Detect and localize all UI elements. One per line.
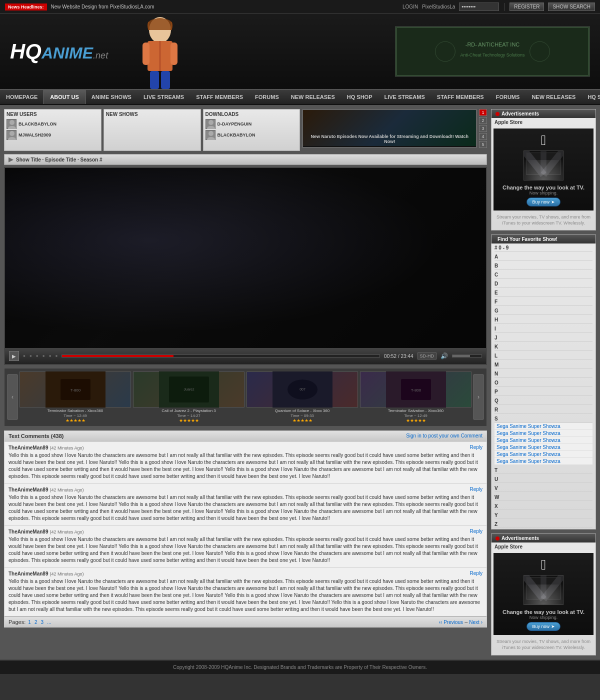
ads-header-2: Advertisements [492, 534, 596, 542]
thumb-time-2: Time ~ 14:27 [133, 414, 244, 418]
time-display: 00:52 / 23:44 [384, 354, 413, 359]
alpha-u-label: U [494, 476, 592, 483]
thumb-stars-2: ★★★★★ [133, 418, 244, 423]
apple-tv-text-1: Change the way you look at TV. [502, 184, 584, 190]
main-layout: NEW USERS BLACKBABYLON MJWALSH2009 NEW S… [0, 105, 600, 660]
show-link-s-4[interactable]: Sega Sanime Super Showza [494, 444, 592, 450]
alpha-n-label: N [494, 370, 592, 378]
pages-info: Pages: 1 2 3 ... [8, 619, 52, 625]
comment-4-reply[interactable]: Reply [470, 570, 482, 576]
logo-hq: HQ [10, 41, 42, 62]
password-input[interactable] [459, 2, 499, 11]
nav-staff-members[interactable]: STAFF MEMBERS [190, 90, 249, 104]
comments-header: Text Comments (438) Sign in to post your… [4, 431, 486, 442]
show-link-s-1[interactable]: Sega Sanime Super Showza [494, 423, 592, 430]
comment-2-reply[interactable]: Reply [470, 486, 482, 492]
now-shipping-2: Now shipping. [530, 615, 558, 620]
show-link-s-3[interactable]: Sega Sanime Super Showza [494, 437, 592, 444]
svg-rect-6 [161, 71, 170, 89]
slide-num-4[interactable]: 4 [479, 133, 487, 140]
nav-hq-shop[interactable]: HQ SHOP [341, 90, 378, 104]
volume-bar[interactable] [452, 354, 482, 358]
thumb-item-3: 007 Quantum of Solace - Xbox 360 Time ~ … [246, 372, 358, 423]
progress-bar[interactable] [62, 354, 380, 358]
nav-about-us[interactable]: ABOUT US [44, 90, 85, 104]
chapter-dot-5: • [49, 352, 52, 360]
nav: HOMEPAGE ABOUT US ANIME SHOWS LIVE STREA… [0, 89, 600, 105]
comment-4-time: (42 Minutes Ago) [50, 572, 84, 576]
site-name: PixelStudiosLa [422, 4, 455, 10]
buy-now-2[interactable]: Buy now ➤ [526, 622, 560, 631]
avatar-icon-2 [7, 130, 16, 140]
nav-new-releases-2[interactable]: NEW RELEASES [526, 90, 582, 104]
thumb-item-4: T-800 Terminator Salvation - Xbox360 Tim… [360, 372, 472, 423]
page-3-link[interactable]: 3 [41, 620, 44, 625]
nav-forums[interactable]: FORUMS [249, 90, 285, 104]
nav-anime-shows[interactable]: ANIME SHOWS [86, 90, 138, 104]
slide-num-3[interactable]: 3 [479, 125, 487, 132]
sign-in-link[interactable]: Sign in to post your own Comment [406, 433, 482, 438]
apple-logo-1:  [541, 132, 546, 148]
user-avatar-bb2 [206, 130, 216, 140]
chapter-dot-1: • [23, 352, 26, 360]
register-button[interactable]: REGISTER [510, 2, 544, 11]
svg-text:Juarez: Juarez [184, 388, 194, 391]
footer-trademark: Designated Brands and Trademarks are Pro… [254, 664, 427, 670]
alpha-v-label: V [494, 485, 592, 492]
comment-1-reply[interactable]: Reply [470, 444, 482, 450]
comment-3-reply[interactable]: Reply [470, 528, 482, 534]
topbar-right: LOGIN PixelStudiosLa REGISTER SHOW SEARC… [402, 2, 595, 11]
nav-forums-2[interactable]: FORUMS [490, 90, 526, 104]
next-page-link[interactable]: Next › [469, 620, 482, 625]
buy-now-1[interactable]: Buy now ➤ [526, 198, 560, 206]
comment-4: Reply TheAnimeMan89 (42 Minutes Ago) Yel… [4, 568, 486, 616]
logo: HQ ANIME .net [10, 41, 108, 62]
show-search-button[interactable]: SHOW SEARCH [548, 2, 595, 11]
user-row-1: BLACKBABYLON [6, 119, 99, 129]
alpha-l-label: L [494, 352, 592, 360]
news-ticker: New Website Design from PixelStudiosLA.c… [51, 4, 403, 10]
quality-badge: SD-HD [418, 352, 437, 360]
user-row-3: D-DAYPENGUIN [206, 119, 298, 129]
alpha-m-label: M [494, 362, 592, 368]
page-2-link[interactable]: 2 [34, 620, 38, 625]
play-ctrl-button[interactable]: ▶ [9, 351, 19, 361]
show-link-s-2[interactable]: Sega Sanime Super Showza [494, 430, 592, 436]
thumb-title-3: Quantum of Solace - Xbox 360 [246, 408, 358, 414]
alpha-u: U [492, 475, 596, 484]
slide-num-1[interactable]: 1 [479, 109, 487, 116]
nav-staff-members-2[interactable]: STAFF MEMBERS [431, 90, 490, 104]
slide-num-2[interactable]: 2 [479, 117, 487, 124]
alpha-i-label: I [494, 326, 592, 332]
thumb-next-button[interactable]: › [474, 374, 484, 420]
slide-num-5[interactable]: 5 [479, 141, 487, 148]
nav-hq-shop-2[interactable]: HQ SHOP [582, 90, 600, 104]
show-link-s-5[interactable]: Sega Sanime Super Showza [494, 451, 592, 458]
comment-3-header: Reply TheAnimeMan89 (42 Minutes Ago) [8, 528, 482, 534]
nav-homepage[interactable]: HOMEPAGE [0, 90, 44, 104]
nav-live-streams[interactable]: LIVE STREAMS [138, 90, 190, 104]
apple-tv-visual-2 [524, 575, 564, 605]
show-link-s-6[interactable]: Sega Sanime Super Showza [494, 458, 592, 464]
slide-numbers: 1 2 3 4 5 [479, 109, 487, 148]
comment-4-user: TheAnimeMan89 [8, 571, 48, 576]
user-row-2: MJWALSH2009 [6, 130, 99, 140]
login-link[interactable]: LOGIN [402, 4, 418, 10]
alpha-d-label: D [494, 280, 592, 288]
nav-live-streams-2[interactable]: LIVE STREAMS [378, 90, 431, 104]
comment-3-text: Yello this is a good show I love Naruto … [8, 536, 482, 564]
apple-logo-2:  [541, 557, 546, 573]
thumb-title-4: Terminator Salvation - Xbox360 [360, 408, 472, 414]
nav-new-releases[interactable]: NEW RELEASES [285, 90, 341, 104]
prev-page-link[interactable]: ‹‹ Previous [439, 620, 463, 625]
thumb-prev-button[interactable]: ‹ [8, 374, 18, 420]
user-widgets-row: NEW USERS BLACKBABYLON MJWALSH2009 NEW S… [4, 109, 487, 151]
content-area: NEW USERS BLACKBABYLON MJWALSH2009 NEW S… [4, 109, 487, 656]
page-1-link[interactable]: 1 [28, 620, 31, 625]
svg-text:-RD- ANTICHEAT INC: -RD- ANTICHEAT INC [466, 42, 520, 48]
alpha-num-label: # 0 - 9 [494, 244, 592, 252]
footer: Copyright 2008-2009 HQAnime Inc. Designa… [0, 660, 600, 674]
video-player: ▶ • • • • • • 00:52 / 23:44 SD-HD 🔊 [4, 167, 487, 365]
svg-text:007: 007 [300, 388, 306, 391]
logo-area: HQ ANIME .net [10, 41, 108, 62]
